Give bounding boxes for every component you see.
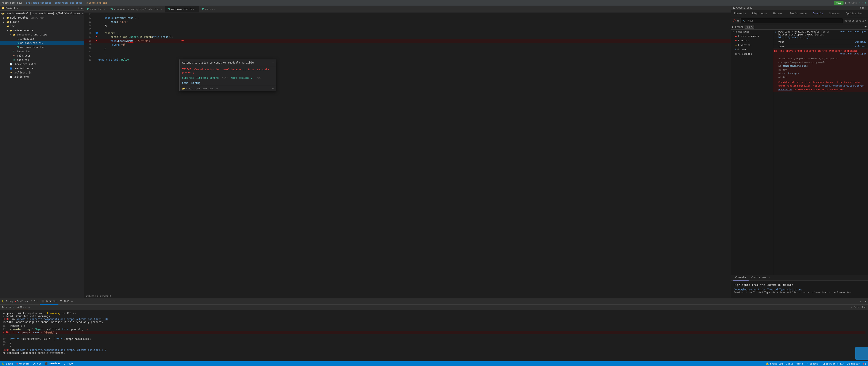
sidebar-item-node-modules[interactable]: ▶ 📁 node_modules library root [0,16,84,20]
true2-source[interactable]: welcome. [855,45,866,48]
sidebar-item-public[interactable]: ▶ 📁 public [0,20,84,24]
error-dot-17: ● [96,35,97,37]
terminal-bottom-tab[interactable]: ⬛ Terminal [40,298,59,305]
sidebar-item-main-tsx[interactable]: ▶ TS main.tsx [0,58,84,62]
sidebar-item-main-scss[interactable]: ▶ SC main.scss [0,54,84,58]
sidebar-item-index-tsx[interactable]: ▶ TS index.tsx [0,37,84,41]
sidebar-item-src[interactable]: ▾ 📁 src [0,24,84,28]
todo-bottom-item[interactable]: ☰ TODO [60,300,69,303]
sidebar-warnings[interactable]: ⚠ 1 warning [731,43,773,47]
top-context: iframe [735,26,744,28]
sidebar-item-welcome-tsx[interactable]: ▶ TS welcome.com.tsx [0,41,84,45]
error-source[interactable]: react-dom.developer [840,52,866,55]
tab-main-2[interactable]: TS main- ✕ [199,6,218,13]
collapse-all-icon[interactable]: ≡ [81,7,83,9]
event-log-status[interactable]: 🔔 Event Log [766,362,783,365]
devtools-tab-console[interactable]: Console [810,10,826,17]
git-bottom-item[interactable]: ⎇ Git [30,300,38,303]
add-terminal-tab[interactable]: + [71,300,73,303]
sidebar-info[interactable]: ℹ 4 info [731,47,773,52]
todo-status-item[interactable]: ☰ TODO [63,362,72,365]
sidebar-user-messages[interactable]: ● 4 user messages [731,34,773,38]
term-error-link-1[interactable]: src/main-concepts/components-and-props/w… [16,318,107,321]
eye-icon[interactable]: 👁 [864,26,867,28]
tab-close-index-tsx[interactable]: ✕ [161,8,162,10]
sidebar-item-browserslistrc[interactable]: ▶ 📄 .browserslistrc [0,62,84,66]
sidebar-item-main-concepts[interactable]: ▾ 📁 main-concepts [0,28,84,32]
suppress-action[interactable]: Suppress with @ts-ignore [182,77,219,79]
tab-close-main-tsx[interactable]: ✕ [104,8,105,10]
add-local-tab[interactable]: + [29,306,30,309]
console-tab[interactable]: Console [733,275,749,280]
sidebar-item-eslintignore[interactable]: ▶ 🔵 .eslintignore [0,66,84,70]
popup-more-icon[interactable]: ⋯ [272,61,274,64]
whats-new-close[interactable]: ✕ [769,276,770,279]
devtools-tab-network[interactable]: Network [770,10,787,17]
info-source[interactable]: react-dom.developer [840,30,866,33]
sidebar-item-gitignore[interactable]: ▶ 📄 .gitignore [0,75,84,79]
context-selector[interactable]: top [745,25,754,29]
sidebar-errors[interactable]: ● 3 errors [731,38,773,43]
sidebar-item-welcome-func[interactable]: ▶ TS welcome.func.tsx [0,45,84,50]
debug-bottom-item[interactable]: 🐛 Debug [2,300,13,303]
devtools-tab-performance[interactable]: Performance [787,10,810,17]
tab-close-welcome-tsx[interactable]: ✕ [195,8,197,10]
local-tab-close[interactable]: ✕ [25,306,26,308]
more-actions[interactable]: More actions... [231,77,254,79]
terminal-status-item[interactable]: ⬛ Terminal [45,362,60,365]
filter-icon[interactable]: ⊡ [737,20,739,22]
local-tab[interactable]: Local ✕ [15,305,28,310]
sidebar-verbose[interactable]: ⊡ No verbose [731,52,773,56]
tab-close-main-2[interactable]: ✕ [214,8,216,10]
tab-welcome-tsx[interactable]: TS welcome.com.tsx ✕ [165,6,199,13]
term-no-console: no-console: Unexpected console statement… [3,352,865,355]
tab-label-welcome-tsx: welcome.com.tsx [171,8,194,11]
error-count-status[interactable]: ● 3 [863,362,866,365]
language-status[interactable]: TypeScript 4.2.3 [822,362,844,365]
tab-main-tsx[interactable]: TS main.tsx ✕ [84,6,108,13]
error-boundary-link[interactable]: https://reactjs.org/link/error-boundarie… [778,85,865,91]
reactjs-link[interactable]: https://reactjs.org/ [778,36,809,39]
sidebar-item-root[interactable]: ▾ 📁 react-demo-day5 [cus-react-demo] ~/S… [0,11,84,16]
devtools-dock-icon[interactable]: ⊡ [862,6,864,9]
terminal-settings-icon[interactable]: ⚙ [860,300,862,303]
devtools-tab-application[interactable]: Application [843,10,865,17]
devtools-tab-sources[interactable]: Sources [826,10,843,17]
debug-status-item[interactable]: 🐛 Debug [2,362,13,365]
problems-bottom-item[interactable]: ● Problems [15,300,28,303]
whats-new-tab[interactable]: What's New ✕ [749,275,773,280]
true1-source[interactable]: welcome. [855,40,866,43]
highlight-link[interactable]: Debugging support for Trusted Type viola… [734,288,802,291]
new-file-icon[interactable]: + [78,7,80,9]
devtools-tab-lighthouse[interactable]: Lighthouse [749,10,770,17]
sidebar-item-index-tsx2[interactable]: ▶ TS index.tsx [0,50,84,54]
git-status-item[interactable]: ⎇ Git [33,362,41,365]
project-dropdown-icon[interactable]: ▾ [17,7,18,9]
devtools-close-icon[interactable]: ✕ [865,6,866,9]
sidebar-item-eslintrc[interactable]: ▶ JS .eslintrc.js [0,70,84,75]
line-num-21: 21 [84,51,95,54]
branch-status[interactable]: ⎇ master [847,362,860,365]
devtools-tab-elements[interactable]: Elements [731,10,749,17]
serve-button[interactable]: serve [834,1,843,5]
term-error-link-2[interactable]: src/main-concepts/components-and-props/w… [16,348,106,352]
popup-header: Attempt to assign to const or readonly v… [180,59,276,66]
devtools-tab-memory[interactable]: Memory [865,10,868,17]
debug-run-icon[interactable]: ⚙ [848,1,850,4]
tab-index-tsx[interactable]: TS components-and-props/index.tsx ✕ [108,6,165,13]
event-log-btn[interactable]: ⚙ Event Log [851,306,866,309]
console-expand-icon[interactable]: ▶ [732,26,734,28]
problems-status-item[interactable]: ● Problems [17,362,30,365]
file-icon-index-tsx: TS [16,37,20,40]
console-filter-input[interactable] [746,19,841,23]
popup-file-more[interactable]: ⋯ [272,87,274,90]
default-levels-dropdown[interactable]: Default levels ▾ [844,20,866,22]
sidebar-all-messages[interactable]: ▶ 8 messages [731,30,773,34]
devtools-settings-icon[interactable]: ⚙ [860,6,861,9]
terminal-minimize-icon[interactable]: − [865,300,866,303]
sidebar-item-components-and-props[interactable]: ▾ 📁 components-and-props [0,32,84,37]
sidebar-label-index-tsx2: index.tsx [17,50,31,53]
clear-console-icon[interactable]: 🚫 [733,20,736,22]
run-icon[interactable]: ▶ [845,1,847,4]
terminal-status-label: Terminal [49,362,60,365]
